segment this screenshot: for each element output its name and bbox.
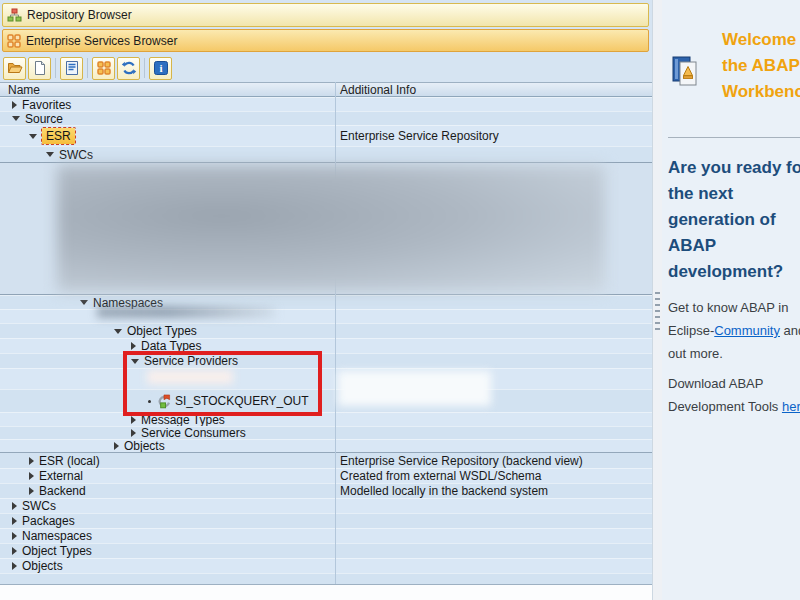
new-document-button[interactable] bbox=[28, 57, 51, 80]
tree-column-headers: Name Additional Info bbox=[0, 82, 652, 97]
collapsed-arrow-icon[interactable] bbox=[12, 547, 17, 555]
additional-info-cell: Enterprise Service Repository (backend v… bbox=[340, 454, 583, 468]
tree-row[interactable]: Object Types bbox=[0, 543, 652, 558]
tree-node-label[interactable]: Source bbox=[25, 112, 63, 126]
tree-row[interactable]: SWCs bbox=[0, 498, 652, 513]
collapsed-arrow-icon[interactable] bbox=[12, 502, 17, 510]
collapsed-arrow-icon[interactable] bbox=[114, 442, 119, 450]
column-header-additional-info[interactable]: Additional Info bbox=[340, 83, 416, 97]
es-browser-button[interactable] bbox=[92, 57, 115, 80]
toolbar: i bbox=[3, 55, 172, 81]
tree-node-label[interactable]: Namespaces bbox=[93, 296, 163, 310]
open-folder-button[interactable] bbox=[3, 57, 26, 80]
collapsed-arrow-icon[interactable] bbox=[12, 517, 17, 525]
collapsed-arrow-icon[interactable] bbox=[12, 101, 17, 109]
tree-row[interactable]: BackendModelled locally in the backend s… bbox=[0, 483, 652, 498]
tree-node-label[interactable]: Object Types bbox=[127, 324, 197, 338]
expanded-arrow-icon[interactable] bbox=[12, 116, 20, 121]
here-link[interactable]: here bbox=[782, 399, 800, 414]
tree-row[interactable]: SI_STOCKQUERY_OUT bbox=[0, 389, 652, 412]
redacted-tree-row bbox=[0, 368, 652, 389]
additional-info-cell: Created from external WSDL/Schema bbox=[340, 469, 541, 483]
collapsed-arrow-icon[interactable] bbox=[29, 487, 34, 495]
welcome-heading: Are you ready for the next generation of… bbox=[668, 155, 800, 285]
browser-panel: Repository Browser Enterprise Services B… bbox=[0, 0, 652, 600]
tree-node-label[interactable]: External bbox=[39, 469, 83, 483]
tree-row[interactable]: SWCs bbox=[0, 146, 652, 162]
expanded-arrow-icon[interactable] bbox=[46, 152, 54, 157]
tree-row[interactable]: Message Types bbox=[0, 412, 652, 426]
tree-row[interactable]: Objects bbox=[0, 558, 652, 573]
tree-row[interactable]: Packages bbox=[0, 513, 652, 528]
tree-row[interactable]: Favorites bbox=[0, 97, 652, 111]
tree-node-label[interactable]: ESR (local) bbox=[39, 454, 100, 468]
tree-node-label[interactable]: Favorites bbox=[22, 98, 71, 112]
intro-line1: Get to know ABAP in bbox=[668, 300, 788, 315]
expanded-arrow-icon[interactable] bbox=[29, 134, 37, 139]
tree-node-label[interactable]: Namespaces bbox=[22, 529, 92, 543]
tree-node-label[interactable]: Objects bbox=[124, 439, 165, 453]
tree-row[interactable]: Source bbox=[0, 111, 652, 125]
tree-row[interactable]: Objects bbox=[0, 439, 652, 452]
tree-row[interactable]: ESR (local)Enterprise Service Repository… bbox=[0, 452, 652, 468]
empty-row bbox=[0, 573, 652, 584]
intro-paragraph: Get to know ABAP in Eclipse-Community an… bbox=[668, 296, 800, 365]
tree-row[interactable]: Object Types bbox=[0, 323, 652, 338]
tree-row[interactable]: ESREnterprise Service Repository bbox=[0, 125, 652, 146]
tree-row[interactable]: Service Consumers bbox=[0, 426, 652, 439]
column-divider bbox=[335, 82, 336, 584]
redacted-tree-row bbox=[0, 309, 652, 323]
tree: FavoritesSourceESREnterprise Service Rep… bbox=[0, 97, 652, 584]
splitter-grip-icon[interactable] bbox=[655, 292, 660, 330]
tree-node-label[interactable]: Objects bbox=[22, 559, 63, 573]
toolbar-separator bbox=[55, 58, 56, 78]
tree-node-label[interactable]: Service Consumers bbox=[141, 426, 246, 440]
tree-row[interactable]: Namespaces bbox=[0, 528, 652, 543]
tree-node-label[interactable]: Packages bbox=[22, 514, 75, 528]
expanded-arrow-icon[interactable] bbox=[80, 300, 88, 305]
new-document-icon bbox=[32, 60, 48, 76]
abap-workbench-icon bbox=[672, 55, 698, 91]
toolbar-separator bbox=[87, 58, 88, 78]
tree-footer-area bbox=[0, 584, 652, 600]
panel-splitter[interactable] bbox=[652, 0, 662, 600]
enterprise-services-browser-bar[interactable]: Enterprise Services Browser bbox=[2, 29, 649, 52]
community-link[interactable]: Community bbox=[714, 323, 780, 338]
tree-row[interactable]: ExternalCreated from external WSDL/Schem… bbox=[0, 468, 652, 483]
open-folder-icon bbox=[7, 60, 23, 76]
object-list-icon bbox=[64, 60, 80, 76]
info-icon: i bbox=[153, 60, 169, 76]
tree-row[interactable]: Data Types bbox=[0, 338, 652, 353]
collapsed-arrow-icon[interactable] bbox=[131, 416, 136, 424]
refresh-button[interactable] bbox=[117, 57, 140, 80]
welcome-panel: Welcome to the ABAP Workbench Are you re… bbox=[662, 0, 800, 600]
tree-node-label[interactable]: ESR bbox=[42, 128, 75, 144]
download-line2-pre: Development Tools bbox=[668, 399, 782, 414]
repository-browser-title: Repository Browser bbox=[27, 8, 132, 22]
expanded-arrow-icon[interactable] bbox=[114, 329, 122, 334]
tree-node-label[interactable]: Backend bbox=[39, 484, 86, 498]
svg-text:i: i bbox=[159, 62, 162, 74]
tree-row[interactable]: Namespaces bbox=[0, 295, 652, 309]
repository-browser-bar[interactable]: Repository Browser bbox=[2, 3, 649, 27]
redacted-region-row bbox=[0, 162, 652, 295]
collapsed-arrow-icon[interactable] bbox=[12, 562, 17, 570]
collapsed-arrow-icon[interactable] bbox=[29, 472, 34, 480]
collapsed-arrow-icon[interactable] bbox=[12, 532, 17, 540]
hierarchy-icon bbox=[7, 8, 22, 22]
download-line1: Download ABAP bbox=[668, 376, 763, 391]
grid-icon bbox=[7, 34, 21, 48]
tree-node-label[interactable]: SWCs bbox=[59, 148, 93, 162]
tree-node-label[interactable]: SWCs bbox=[22, 499, 56, 513]
toolbar-separator bbox=[144, 58, 145, 78]
tree-node-label[interactable]: Object Types bbox=[22, 544, 92, 558]
additional-info-cell: Modelled locally in the backend system bbox=[340, 484, 548, 498]
object-list-button[interactable] bbox=[60, 57, 83, 80]
info-button[interactable]: i bbox=[149, 57, 172, 80]
divider-line bbox=[668, 137, 800, 138]
tree-row[interactable]: Service Providers bbox=[0, 353, 652, 368]
collapsed-arrow-icon[interactable] bbox=[29, 457, 34, 465]
column-header-name[interactable]: Name bbox=[8, 83, 40, 97]
collapsed-arrow-icon[interactable] bbox=[131, 429, 136, 437]
collapsed-arrow-icon[interactable] bbox=[131, 342, 136, 350]
